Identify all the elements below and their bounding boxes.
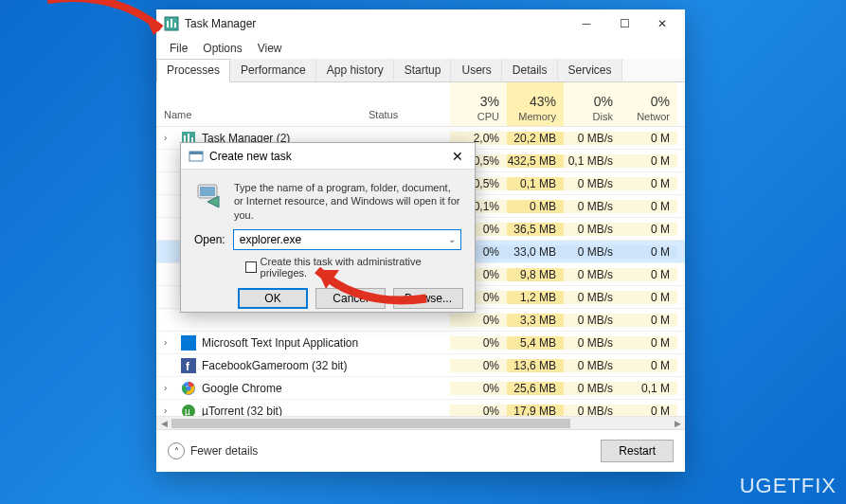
admin-checkbox[interactable] [245, 261, 257, 273]
cancel-button[interactable]: Cancel [315, 288, 386, 309]
process-cpu-cell: 0% [450, 336, 507, 350]
process-cpu-cell: 0% [450, 405, 507, 417]
process-network-cell: 0 M [621, 177, 677, 190]
process-memory-cell: 13,6 MB [507, 359, 564, 372]
open-combobox[interactable]: ⌄ [233, 229, 461, 250]
fewer-details-button[interactable]: ˄ Fewer details [168, 442, 258, 459]
col-cpu[interactable]: 3% CPU [450, 82, 507, 126]
process-network-cell: 0 M [621, 154, 677, 168]
process-name-cell: ›µµTorrent (32 bit) [156, 404, 365, 417]
process-row[interactable]: ›Microsoft Text Input Application0%5,4 M… [156, 332, 685, 354]
watermark: UGETFIX [740, 474, 837, 498]
footer-bar: ˄ Fewer details Restart [156, 429, 685, 472]
process-disk-cell: 0 MB/s [564, 223, 621, 236]
process-network-cell: 0 M [621, 245, 677, 259]
process-row[interactable]: ›µµTorrent (32 bit)0%17,9 MB0 MB/s0 M [156, 400, 685, 416]
svg-rect-19 [200, 187, 215, 196]
process-icon: µ [181, 404, 196, 417]
process-name-cell: ›Microsoft Text Input Application [156, 335, 365, 351]
process-memory-cell: 17,9 MB [507, 405, 564, 417]
ok-button[interactable]: OK [238, 288, 308, 309]
tab-performance[interactable]: Performance [230, 59, 316, 81]
col-name[interactable]: Name [156, 82, 365, 126]
maximize-button[interactable]: ☐ [605, 10, 643, 37]
browse-button[interactable]: Browse... [393, 288, 463, 309]
process-memory-cell: 432,5 MB [507, 154, 564, 168]
tab-bar: Processes Performance App history Startu… [156, 59, 685, 82]
process-cpu-cell: 0% [450, 382, 507, 395]
process-disk-cell: 0 MB/s [564, 200, 621, 213]
process-network-cell: 0 M [621, 314, 677, 327]
scroll-thumb[interactable] [171, 419, 570, 428]
process-memory-cell: 36,5 MB [507, 223, 564, 236]
create-new-task-dialog: Create new task ✕ Type the name of a pro… [180, 142, 476, 313]
process-memory-cell: 3,3 MB [507, 314, 564, 327]
svg-rect-1 [167, 21, 169, 27]
col-memory[interactable]: 43% Memory [507, 82, 564, 126]
process-network-cell: 0 M [621, 268, 677, 281]
chevron-up-icon: ˄ [168, 442, 185, 459]
dialog-close-button[interactable]: ✕ [441, 144, 475, 169]
task-manager-icon [164, 16, 179, 31]
menu-options[interactable]: Options [195, 40, 249, 57]
svg-rect-6 [188, 134, 189, 142]
restart-button[interactable]: Restart [601, 440, 674, 462]
process-disk-cell: 0 MB/s [564, 382, 621, 395]
admin-label: Create this task with administrative pri… [261, 256, 461, 279]
process-disk-cell: 0 MB/s [564, 268, 621, 281]
process-memory-cell: 0,1 MB [507, 177, 564, 190]
process-network-cell: 0 M [621, 291, 677, 304]
process-memory-cell: 0 MB [507, 200, 564, 213]
process-memory-cell: 20,2 MB [507, 132, 564, 145]
expand-chevron-icon[interactable]: › [164, 337, 175, 348]
process-name-cell: fFacebookGameroom (32 bit) [156, 358, 365, 373]
tab-users[interactable]: Users [451, 59, 501, 81]
svg-rect-3 [174, 23, 176, 27]
close-button[interactable]: ✕ [643, 10, 681, 37]
col-network[interactable]: 0% Networ [621, 82, 677, 126]
menu-bar: File Options View [156, 38, 685, 59]
dropdown-icon[interactable]: ⌄ [443, 234, 460, 244]
dialog-title: Create new task [209, 150, 441, 163]
col-disk[interactable]: 0% Disk [564, 82, 621, 126]
process-disk-cell: 0 MB/s [564, 291, 621, 304]
tab-startup[interactable]: Startup [394, 59, 452, 81]
process-row[interactable]: fFacebookGameroom (32 bit)0%13,6 MB0 MB/… [156, 354, 685, 377]
window-title: Task Manager [185, 17, 567, 30]
process-memory-cell: 1,2 MB [507, 291, 564, 304]
tab-details[interactable]: Details [502, 59, 558, 81]
process-memory-cell: 5,4 MB [507, 336, 564, 350]
open-label: Open: [194, 233, 225, 246]
process-disk-cell: 0,1 MB/s [564, 154, 621, 168]
process-disk-cell: 0 MB/s [564, 336, 621, 350]
menu-file[interactable]: File [162, 40, 195, 57]
tab-app-history[interactable]: App history [316, 59, 394, 81]
process-network-cell: 0 M [621, 223, 677, 236]
process-disk-cell: 0 MB/s [564, 405, 621, 417]
process-name-cell: ›Google Chrome [156, 381, 365, 396]
col-status[interactable]: Status [365, 82, 450, 126]
minimize-button[interactable]: ─ [567, 10, 605, 37]
run-prompt-icon [194, 181, 225, 211]
expand-chevron-icon[interactable]: › [164, 405, 175, 416]
svg-rect-8 [181, 335, 196, 351]
scroll-right-icon[interactable]: ▶ [670, 419, 685, 428]
process-icon: f [181, 358, 196, 373]
horizontal-scrollbar[interactable]: ◀ ▶ [156, 416, 685, 429]
tab-services[interactable]: Services [558, 59, 622, 81]
expand-chevron-icon[interactable]: › [164, 383, 175, 393]
title-bar[interactable]: Task Manager ─ ☐ ✕ [156, 9, 685, 38]
process-network-cell: 0 M [621, 336, 677, 350]
expand-chevron-icon[interactable]: › [164, 133, 175, 143]
process-icon [181, 335, 196, 351]
tab-processes[interactable]: Processes [156, 59, 230, 82]
svg-rect-2 [171, 19, 172, 27]
dialog-prompt-text: Type the name of a program, folder, docu… [234, 181, 461, 222]
menu-view[interactable]: View [250, 40, 290, 57]
open-input[interactable] [234, 233, 443, 246]
scroll-left-icon[interactable]: ◀ [156, 419, 171, 428]
process-row[interactable]: ›Google Chrome0%25,6 MB0 MB/s0,1 M [156, 377, 685, 400]
dialog-title-bar[interactable]: Create new task ✕ [181, 143, 475, 170]
process-cpu-cell: 0% [450, 359, 507, 372]
run-dialog-icon [189, 149, 204, 164]
